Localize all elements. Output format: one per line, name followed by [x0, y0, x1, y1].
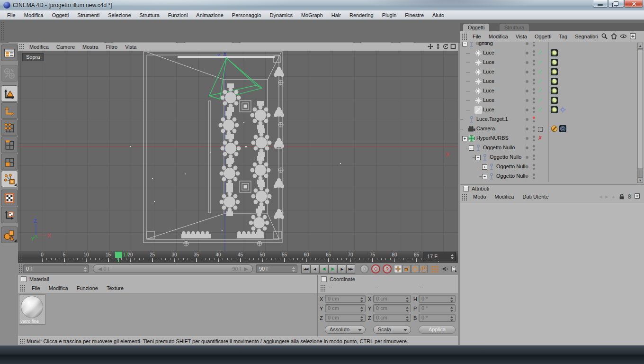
menu-strumenti[interactable]: Strumenti: [73, 11, 104, 19]
visibility-dot-bottom[interactable]: [533, 177, 535, 180]
visibility-dot-bottom[interactable]: [533, 111, 535, 113]
materials-menu-texture[interactable]: Texture: [102, 284, 128, 292]
tree-item-luce-5[interactable]: Luce✓: [460, 86, 635, 96]
record-options-button[interactable]: ?: [383, 264, 392, 273]
visibility-dot-top[interactable]: [533, 117, 535, 119]
menu-hair[interactable]: Hair: [327, 11, 345, 19]
record-key-button[interactable]: [360, 264, 369, 273]
viewport-zoom-icon[interactable]: [435, 44, 441, 49]
material-item[interactable]: vetro fine: [19, 294, 45, 325]
points-mode-button[interactable]: [1, 119, 18, 136]
tree-item-luce-7[interactable]: Luce✓: [460, 105, 635, 115]
add-button[interactable]: [629, 33, 636, 40]
go-start-button[interactable]: |◀◀: [301, 264, 310, 273]
visibility-dot-top[interactable]: [533, 60, 535, 62]
tree-scrollbar-thumb[interactable]: [638, 50, 643, 168]
visibility-dot-top[interactable]: [533, 98, 535, 100]
keyframe-dots-button[interactable]: [431, 265, 439, 273]
attributes-checkbox[interactable]: [463, 186, 469, 191]
layer-dot[interactable]: [526, 137, 528, 140]
field-spinner[interactable]: [406, 297, 409, 302]
tree-scrollbar-track[interactable]: [637, 48, 643, 177]
range-start-field[interactable]: 0 F: [23, 264, 89, 273]
viewport-menu-filtro[interactable]: Filtro: [102, 44, 121, 50]
visibility-dot-bottom[interactable]: [533, 120, 535, 123]
object-manager-menu-oggetti[interactable]: Oggetti: [531, 33, 555, 40]
restore-button[interactable]: [608, 0, 624, 8]
visibility-dot-top[interactable]: [533, 88, 535, 91]
play-forward-button[interactable]: ▶: [328, 264, 337, 273]
viewport-maximize-icon[interactable]: [450, 44, 456, 49]
edges-mode-button[interactable]: [1, 136, 18, 153]
materials-menu-funzione[interactable]: Funzione: [72, 284, 102, 292]
visibility-dot-bottom[interactable]: [533, 73, 535, 75]
tree-item-luce-target-1-8[interactable]: Luce.Target.1: [460, 115, 635, 124]
expand-toggle[interactable]: +: [462, 136, 467, 141]
attributes-menu-dati-utente[interactable]: Dati Utente: [519, 193, 553, 200]
field-spinner[interactable]: [360, 307, 364, 312]
viewport[interactable]: Z X: [18, 51, 458, 252]
viewport-menu-modifica[interactable]: Modifica: [26, 44, 53, 50]
sound-button[interactable]: [441, 265, 449, 273]
texture-tag[interactable]: [551, 49, 558, 56]
visibility-dot-top[interactable]: [533, 79, 535, 81]
tree-item-oggetto-nullo-12[interactable]: −Oggetto Nullo: [460, 153, 635, 162]
visibility-dot-bottom[interactable]: [533, 168, 535, 170]
coord-rotation-b-field[interactable]: 0 °: [419, 314, 456, 322]
state-icon[interactable]: ✓: [538, 69, 545, 75]
menu-aiuto[interactable]: Aiuto: [428, 11, 448, 19]
attributes-menu-modo[interactable]: Modo: [469, 193, 491, 200]
model-mode-button[interactable]: [1, 85, 18, 102]
menu-struttura[interactable]: Struttura: [135, 11, 164, 19]
menu-selezione[interactable]: Selezione: [104, 11, 135, 19]
tree-item-camera-9[interactable]: Camera: [460, 124, 635, 134]
current-frame-field[interactable]: 17 F: [423, 252, 456, 261]
toolbar-grip[interactable]: [0, 22, 5, 41]
layer-dot[interactable]: [526, 156, 528, 159]
current-frame-marker[interactable]: [115, 252, 122, 258]
field-spinner[interactable]: [450, 297, 454, 302]
attributes-menu-modifica[interactable]: Modifica: [491, 193, 519, 200]
texture-tag[interactable]: [551, 106, 558, 113]
materials-menu-file[interactable]: File: [27, 284, 45, 292]
field-spinner[interactable]: [406, 307, 409, 312]
visibility-dot-top[interactable]: [533, 173, 535, 176]
layer-dot[interactable]: [526, 165, 528, 168]
visibility-dot-bottom[interactable]: [533, 130, 535, 132]
protection-tag[interactable]: [551, 125, 558, 132]
menu-animazione[interactable]: Animazione: [192, 11, 227, 19]
field-spinner[interactable]: [406, 316, 409, 321]
previous-frame-button[interactable]: ◀|: [310, 264, 319, 273]
visibility-dot-top[interactable]: [533, 69, 535, 72]
state-icon[interactable]: [538, 126, 545, 132]
texture-axis-mode-button[interactable]: [1, 207, 18, 223]
state-icon[interactable]: ✓: [538, 78, 545, 85]
expand-toggle[interactable]: −: [462, 42, 467, 46]
preview-range-slider[interactable]: ◀ 0 F 90 F ▶: [93, 264, 253, 273]
menu-mograph[interactable]: MoGraph: [297, 11, 327, 19]
field-spinner[interactable]: [450, 316, 454, 321]
viewport-menu-camere[interactable]: Camere: [53, 44, 79, 50]
texture-mode-button[interactable]: [1, 190, 18, 206]
expand-toggle[interactable]: −: [475, 155, 481, 160]
history-back-button[interactable]: ◀: [599, 194, 602, 199]
view-name-badge[interactable]: Sopra: [22, 53, 44, 61]
layer-dot[interactable]: [526, 61, 528, 64]
tab-oggetti[interactable]: Oggetti: [463, 24, 489, 31]
link-button[interactable]: 8: [628, 193, 631, 200]
layer-dot[interactable]: [526, 109, 528, 111]
layer-dot[interactable]: [526, 175, 528, 178]
coordinate-mode-dropdown[interactable]: Assoluto: [325, 326, 366, 334]
texture-tag[interactable]: [551, 59, 558, 66]
layer-dot[interactable]: [526, 146, 528, 149]
menu-modifica[interactable]: Modifica: [20, 11, 48, 19]
layer-dot[interactable]: [526, 42, 528, 45]
coordinates-checkbox[interactable]: [321, 276, 327, 282]
go-end-button[interactable]: ▶▶|: [346, 264, 355, 273]
layer-dot[interactable]: [526, 99, 528, 102]
tree-item-luce-6[interactable]: Luce✓: [460, 96, 635, 105]
layer-dot[interactable]: [526, 71, 528, 73]
coord-rotation-p-field[interactable]: 0 °: [419, 304, 456, 312]
tree-item-luce-2[interactable]: Luce✓: [460, 58, 635, 67]
tab-struttura[interactable]: Struttura: [500, 24, 529, 31]
